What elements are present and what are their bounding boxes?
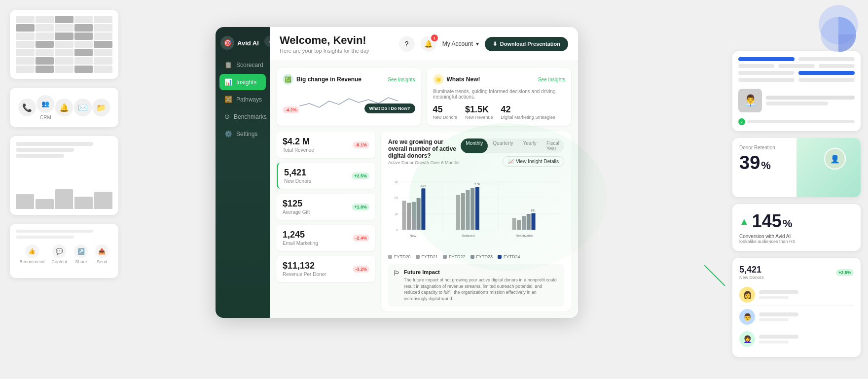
user-avatar-1: 👨 xyxy=(739,309,755,325)
legend-fytd20: FYTD20 xyxy=(388,254,411,259)
legend-label-fytd21: FYTD21 xyxy=(422,254,438,259)
deco-cell xyxy=(94,66,112,73)
revenue-title: 💹 Big change in Revenue xyxy=(283,74,362,85)
view-insight-details-button[interactable]: 📈 View Insight Details xyxy=(503,156,564,167)
send-btn[interactable]: 📤 Send xyxy=(95,244,109,264)
svg-text:New: New xyxy=(410,234,416,238)
metric-badge: -3.2% xyxy=(353,266,369,273)
share-btn[interactable]: ↗️ Share xyxy=(74,244,88,264)
bar-chart-svg: 3K 2K 1K 0 xyxy=(388,171,564,249)
main-content: Welcome, Kevin! Here are your top Insigh… xyxy=(270,27,578,318)
svg-rect-14 xyxy=(456,195,460,230)
sidebar-item-scorecard[interactable]: 📋 Scorecard xyxy=(219,57,266,73)
share-icon: ↗️ xyxy=(74,244,88,258)
period-tab-monthly[interactable]: Monthly xyxy=(461,138,488,153)
svg-rect-23 xyxy=(527,214,531,230)
line-block-accent xyxy=(798,71,855,75)
content-btn[interactable]: 💬 Content xyxy=(52,244,68,264)
top-header: Welcome, Kevin! Here are your top Insigh… xyxy=(270,27,578,61)
recommend-btn[interactable]: 👍 Recommend xyxy=(19,244,44,264)
donors-mini-label: New Donors xyxy=(739,275,764,280)
person-line-2 xyxy=(766,102,828,105)
line-block-accent xyxy=(738,57,795,61)
deco-cell xyxy=(55,33,73,40)
line-block xyxy=(798,57,855,61)
svg-rect-20 xyxy=(512,218,516,230)
donors-mini-badge: +2.5% xyxy=(836,269,854,276)
deco-chart-card xyxy=(10,136,118,215)
what-do-i-do-button[interactable]: What Do I Do Now? xyxy=(364,103,415,113)
bottom-row: $4.2 M Total Revenue -8.1% 5,421 New Don… xyxy=(277,132,571,311)
donor-retention-pct: % xyxy=(761,159,771,172)
account-button[interactable]: My Account ▾ xyxy=(442,40,479,47)
conversion-pct: % xyxy=(783,217,793,230)
legend-label-fytd23: FYTD23 xyxy=(476,254,493,259)
deco-cell xyxy=(74,66,93,73)
sidebar-logo: 🎯 Avid AI xyxy=(216,27,270,57)
deco-bar xyxy=(36,199,54,209)
whats-new-see-insights-link[interactable]: See Insights xyxy=(538,77,565,82)
line-block xyxy=(778,64,814,68)
period-tab-fiscal-year[interactable]: Fiscal Year xyxy=(542,138,564,153)
wn-stat-label-2: Digital Marketing Strategies xyxy=(501,115,555,120)
chart-title-group: Are we growing our overall number of act… xyxy=(388,138,461,165)
chart-controls: Monthly Quarterly Yearly Fiscal Year 📈 V… xyxy=(461,138,564,167)
legend-color-fytd20 xyxy=(388,255,392,259)
conversion-label: Conversion with Avid AI xyxy=(739,234,854,239)
whats-new-subtitle: Illuminate trends, guiding informed deci… xyxy=(433,89,566,100)
donors-mini-values: 5,421 New Donors xyxy=(739,265,764,280)
deco-bar xyxy=(94,192,112,209)
donors-mini-header: 5,421 New Donors +2.5% xyxy=(739,265,854,280)
welcome-heading: Welcome, Kevin! xyxy=(280,34,369,47)
svg-text:2.5K: 2.5K xyxy=(474,183,480,186)
revenue-see-insights-link[interactable]: See Insights xyxy=(388,77,415,82)
account-label: My Account xyxy=(442,40,473,47)
header-left: Welcome, Kevin! Here are your top Insigh… xyxy=(280,34,369,54)
sidebar-item-benchmarks[interactable]: ⊙ Benchmarks xyxy=(219,108,266,125)
sidebar-item-insights[interactable]: 📊 Insights xyxy=(219,74,266,90)
svg-rect-24 xyxy=(531,213,535,230)
deco-chart-lines xyxy=(16,142,112,180)
metric-badge: -8.1% xyxy=(353,141,369,148)
deco-bar xyxy=(16,194,34,209)
wn-stat-label-0: New Donors xyxy=(433,115,458,120)
sidebar-item-settings[interactable]: ⚙️ Settings xyxy=(219,126,266,142)
period-tab-quarterly[interactable]: Quarterly xyxy=(488,138,518,153)
deco-cell xyxy=(74,24,93,32)
conversion-sublabel: lookalike audiences than HS xyxy=(739,239,854,244)
notification-button[interactable]: 🔔 1 xyxy=(421,36,436,52)
revenue-change-badge: -4.2% xyxy=(283,106,299,113)
wn-stat-digital-marketing: 42 Digital Marketing Strategies xyxy=(501,104,555,120)
sidebar-collapse-button[interactable]: ‹ xyxy=(264,36,275,47)
deco-social-btns: 👍 Recommend 💬 Content ↗️ Share 📤 Send xyxy=(16,244,112,264)
crm-label: CRM xyxy=(40,115,51,120)
deco-icons-card: 📞 👥 CRM 🔔 ✉️ 📁 xyxy=(10,88,118,127)
user-avatar-0: 👩 xyxy=(739,287,755,303)
help-button[interactable]: ? xyxy=(399,36,415,52)
chart-header: Are we growing our overall number of act… xyxy=(388,138,564,167)
user-info-0 xyxy=(759,290,854,299)
deco-spreadsheet-card xyxy=(10,10,118,79)
sidebar-item-pathways[interactable]: 🔀 Pathways xyxy=(219,91,266,107)
svg-text:2.3K: 2.3K xyxy=(421,184,427,187)
donor-retention-content: Donor Retention 39 % xyxy=(739,145,854,173)
metric-new-donors: 5,421 New Donors +2.5% xyxy=(277,163,375,189)
download-presentation-button[interactable]: ⬇ Download Presentation xyxy=(485,37,568,51)
content-label: Content xyxy=(52,259,68,264)
svg-rect-12 xyxy=(421,188,425,230)
pie-chart-container xyxy=(819,15,858,54)
legend-fytd21: FYTD21 xyxy=(416,254,438,259)
deco-cell xyxy=(36,57,54,65)
pie-chart-svg xyxy=(819,15,858,54)
deco-cell xyxy=(16,33,35,40)
svg-rect-17 xyxy=(470,188,474,230)
right-decorative-panel: 👨‍💼 ✓ Donor Retention 39 % 👤 ▲ xyxy=(725,0,868,379)
deco-cell xyxy=(16,24,35,32)
legend-label-fytd20: FYTD20 xyxy=(394,254,411,259)
bell-icon-item: 🔔 xyxy=(55,99,73,116)
mail-icon-item: ✉️ xyxy=(74,99,92,116)
share-label: Share xyxy=(75,259,87,264)
deco-line xyxy=(16,148,74,152)
period-tab-yearly[interactable]: Yearly xyxy=(518,138,541,153)
deco-cell xyxy=(16,57,35,65)
